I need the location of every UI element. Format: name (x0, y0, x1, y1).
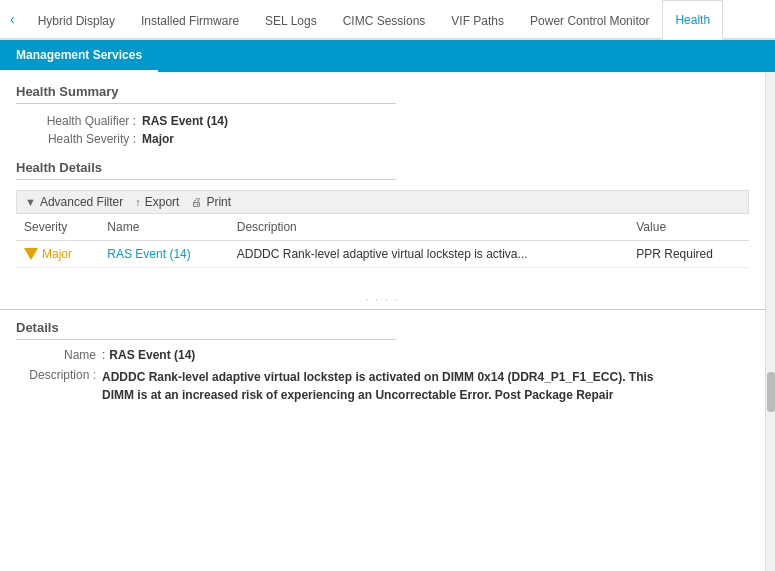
sub-nav: Management Services (0, 40, 775, 72)
print-button[interactable]: 🖨 Print (191, 195, 231, 209)
details-name-colon: : (102, 348, 105, 362)
col-value: Value (628, 214, 749, 241)
health-summary-title: Health Summary (16, 84, 749, 99)
severity-warning-icon (24, 248, 38, 260)
top-nav: ‹ Hybrid Display Installed Firmware SEL … (0, 0, 775, 40)
export-label: Export (145, 195, 180, 209)
col-name: Name (99, 214, 228, 241)
severity-cell: Major (24, 247, 91, 261)
details-name-value: RAS Event (14) (109, 348, 195, 362)
nav-back-arrow[interactable]: ‹ (4, 11, 21, 27)
health-severity-label: Health Severity : (16, 132, 136, 146)
tab-installed-firmware[interactable]: Installed Firmware (128, 0, 252, 40)
main-area: Health Summary Health Qualifier : RAS Ev… (0, 72, 775, 571)
details-panel: Details Name : RAS Event (14) Descriptio… (0, 309, 765, 420)
print-label: Print (206, 195, 231, 209)
health-table: Severity Name Description Value Major (16, 214, 749, 268)
health-summary-section: Health Summary Health Qualifier : RAS Ev… (16, 84, 749, 146)
filter-label: Advanced Filter (40, 195, 123, 209)
health-severity-row: Health Severity : Major (16, 132, 749, 146)
row-value: PPR Required (628, 241, 749, 268)
tab-sel-logs[interactable]: SEL Logs (252, 0, 330, 40)
severity-label: Major (42, 247, 72, 261)
filter-icon: ▼ (25, 196, 36, 208)
health-severity-value: Major (142, 132, 174, 146)
details-divider (16, 179, 396, 180)
row-description: ADDDC Rank-level adaptive virtual lockst… (229, 241, 628, 268)
scrollbar-thumb[interactable] (767, 372, 775, 412)
details-description-label: Description : (16, 368, 96, 404)
resize-handle[interactable]: · · · · (0, 290, 765, 309)
health-qualifier-row: Health Qualifier : RAS Event (14) (16, 114, 749, 128)
scrollbar-track[interactable] (765, 72, 775, 571)
export-icon: ↑ (135, 196, 141, 208)
details-name-label: Name (16, 348, 96, 362)
details-description-value: ADDDC Rank-level adaptive virtual lockst… (102, 368, 682, 404)
summary-divider (16, 103, 396, 104)
health-details-title: Health Details (16, 160, 749, 175)
details-panel-title: Details (16, 320, 749, 335)
col-description: Description (229, 214, 628, 241)
row-severity: Major (16, 241, 99, 268)
content-area: Health Summary Health Qualifier : RAS Ev… (0, 72, 765, 290)
print-icon: 🖨 (191, 196, 202, 208)
health-details-section: Health Details ▼ Advanced Filter ↑ Expor… (16, 160, 749, 268)
col-severity: Severity (16, 214, 99, 241)
details-description-row: Description : ADDDC Rank-level adaptive … (16, 368, 749, 404)
table-header-row: Severity Name Description Value (16, 214, 749, 241)
tab-hybrid-display[interactable]: Hybrid Display (25, 0, 128, 40)
row-name-link[interactable]: RAS Event (14) (107, 247, 190, 261)
health-qualifier-label: Health Qualifier : (16, 114, 136, 128)
details-panel-divider (16, 339, 396, 340)
details-name-row: Name : RAS Event (14) (16, 348, 749, 362)
tab-cimc-sessions[interactable]: CIMC Sessions (330, 0, 439, 40)
tab-health[interactable]: Health (662, 0, 723, 40)
advanced-filter-button[interactable]: ▼ Advanced Filter (25, 195, 123, 209)
tab-vif-paths[interactable]: VIF Paths (438, 0, 517, 40)
row-name: RAS Event (14) (99, 241, 228, 268)
sub-tab-management-services[interactable]: Management Services (0, 40, 158, 72)
tab-power-control-monitor[interactable]: Power Control Monitor (517, 0, 662, 40)
main-content: Health Summary Health Qualifier : RAS Ev… (0, 72, 765, 571)
export-button[interactable]: ↑ Export (135, 195, 179, 209)
table-row[interactable]: Major RAS Event (14) ADDDC Rank-level ad… (16, 241, 749, 268)
details-toolbar: ▼ Advanced Filter ↑ Export 🖨 Print (16, 190, 749, 214)
health-qualifier-value: RAS Event (14) (142, 114, 228, 128)
